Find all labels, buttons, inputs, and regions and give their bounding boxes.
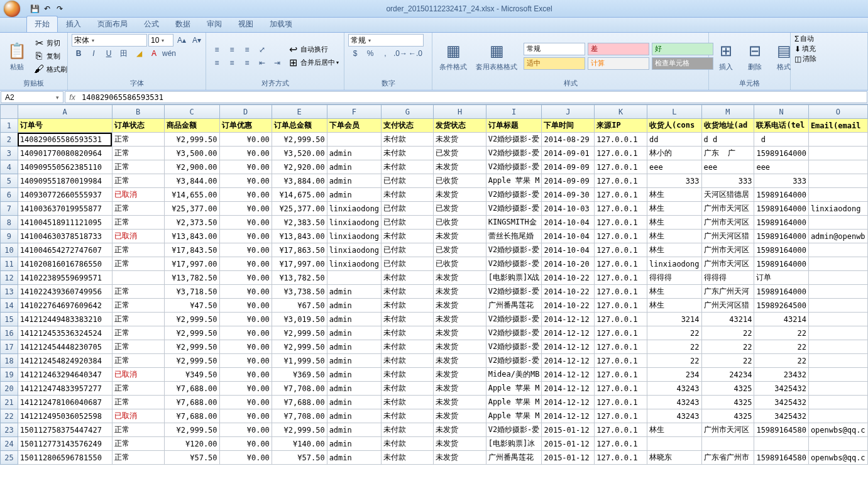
align-left-button[interactable]: ≡ xyxy=(210,57,224,69)
decrease-font-button[interactable]: A▾ xyxy=(190,34,204,47)
cell[interactable]: 141212453536324524 xyxy=(18,326,112,340)
cell[interactable]: 15989164000 xyxy=(754,147,808,160)
cell[interactable]: ¥0.00 xyxy=(219,368,272,382)
cell[interactable]: 未发货 xyxy=(434,188,486,202)
cell[interactable]: ¥67.50 xyxy=(272,299,327,313)
style-check[interactable]: 检查单元格 xyxy=(652,57,713,70)
row-header-17[interactable]: 17 xyxy=(1,340,18,354)
cell[interactable]: 141212495036052598 xyxy=(18,409,112,423)
cell[interactable] xyxy=(701,437,754,451)
cell[interactable]: 15989164000 xyxy=(754,230,808,243)
cell[interactable]: 2014-12-12 xyxy=(542,313,595,326)
cell[interactable]: 2014-10-20 xyxy=(542,257,595,271)
cell[interactable]: 正常 xyxy=(112,285,164,299)
cut-button[interactable]: ✂剪切 xyxy=(33,36,67,49)
cell[interactable]: 127.0.0.1 xyxy=(595,326,647,340)
tab-data[interactable]: 数据 xyxy=(167,16,199,32)
col-header-O[interactable]: O xyxy=(808,105,867,119)
cell[interactable]: 未发货 xyxy=(434,354,486,368)
cell[interactable]: 141022389559699571 xyxy=(18,271,112,285)
cell[interactable]: openwbs@qq.c xyxy=(808,451,867,465)
cell[interactable]: 林生 xyxy=(647,202,701,216)
cell[interactable]: admin xyxy=(327,285,381,299)
cell[interactable]: ¥0.00 xyxy=(219,437,272,451)
cell[interactable]: 127.0.0.1 xyxy=(595,147,647,160)
cell[interactable]: ¥57.50 xyxy=(164,451,219,465)
cell[interactable]: 43243 xyxy=(647,409,701,423)
cell[interactable]: 广州市天河区 xyxy=(701,216,754,230)
cell[interactable] xyxy=(808,174,867,188)
cell[interactable]: V2婚纱摄影-爱 xyxy=(486,160,542,174)
col-header-C[interactable]: C xyxy=(164,105,219,119)
cell[interactable]: dd xyxy=(647,133,701,147)
cell[interactable]: 未发货 xyxy=(434,299,486,313)
cell[interactable]: 333 xyxy=(647,174,701,188)
cell[interactable]: 未付款 xyxy=(382,230,434,243)
wrap-text-button[interactable]: ↩自动换行 xyxy=(287,43,339,56)
row-header-25[interactable]: 25 xyxy=(1,451,18,465)
cell[interactable]: ¥3,738.50 xyxy=(272,285,327,299)
row-header-7[interactable]: 7 xyxy=(1,202,18,216)
cell[interactable] xyxy=(808,257,867,271)
cell[interactable]: 订单 xyxy=(754,271,808,285)
cell[interactable]: 未付款 xyxy=(382,451,434,465)
cell[interactable] xyxy=(808,188,867,202)
cell[interactable]: 林生 xyxy=(647,243,701,257)
cell[interactable]: 2014-10-22 xyxy=(542,285,595,299)
cell[interactable]: ¥2,383.50 xyxy=(272,216,327,230)
cell[interactable]: 2014-12-12 xyxy=(542,326,595,340)
cell[interactable]: 正常 xyxy=(112,313,164,326)
cell[interactable]: 127.0.0.1 xyxy=(595,202,647,216)
cell[interactable]: ¥2,999.50 xyxy=(164,354,219,368)
cell[interactable]: openwbs@qq.c xyxy=(808,423,867,437)
cell[interactable]: 正常 xyxy=(112,396,164,409)
header-cell[interactable]: Email(email xyxy=(808,119,867,133)
cell[interactable]: 333 xyxy=(754,174,808,188)
cell[interactable]: 2014-09-30 xyxy=(542,188,595,202)
header-cell[interactable]: 支付状态 xyxy=(382,119,434,133)
header-cell[interactable]: 订单总金额 xyxy=(272,119,327,133)
cell[interactable]: 141212454448230705 xyxy=(18,340,112,354)
cell[interactable]: 2014-10-04 xyxy=(542,243,595,257)
cell[interactable]: ¥3,884.00 xyxy=(272,174,327,188)
clear-button[interactable]: ◫ 清除 xyxy=(794,54,816,64)
cell[interactable]: 15989164580 xyxy=(754,451,808,465)
cell[interactable] xyxy=(112,271,164,285)
cell[interactable]: linxiaodong xyxy=(327,202,381,216)
cell[interactable]: ¥2,999.50 xyxy=(272,326,327,340)
cell[interactable]: 127.0.0.1 xyxy=(595,257,647,271)
cell[interactable]: 已取消 xyxy=(112,230,164,243)
cell[interactable]: ¥7,688.00 xyxy=(272,396,327,409)
cell[interactable]: 广州天河区猎 xyxy=(701,230,754,243)
cell[interactable]: 127.0.0.1 xyxy=(595,423,647,437)
header-cell[interactable]: 订单优惠 xyxy=(219,119,272,133)
cell[interactable]: ¥7,708.00 xyxy=(272,409,327,423)
cell[interactable]: ¥0.00 xyxy=(219,133,272,147)
cell[interactable]: ¥369.50 xyxy=(272,368,327,382)
decrease-indent-button[interactable]: ⇤ xyxy=(255,57,269,69)
row-header-18[interactable]: 18 xyxy=(1,354,18,368)
cell[interactable]: ¥14,675.00 xyxy=(272,188,327,202)
cell[interactable]: 141004630378518733 xyxy=(18,230,112,243)
cell[interactable]: 15989164000 xyxy=(754,188,808,202)
phonetic-button[interactable]: wén xyxy=(162,47,176,60)
cell[interactable]: ¥0.00 xyxy=(219,313,272,326)
increase-font-button[interactable]: A▴ xyxy=(175,34,189,47)
row-header-14[interactable]: 14 xyxy=(1,299,18,313)
row-header-20[interactable]: 20 xyxy=(1,382,18,396)
cell[interactable]: 43243 xyxy=(647,396,701,409)
cell[interactable] xyxy=(647,437,701,451)
cell[interactable]: admin xyxy=(327,437,381,451)
cell[interactable]: admin xyxy=(327,174,381,188)
cell[interactable]: admin xyxy=(327,188,381,202)
font-color-button[interactable]: A xyxy=(147,47,161,60)
cell[interactable]: 林生 xyxy=(647,299,701,313)
cell[interactable]: 127.0.0.1 xyxy=(595,188,647,202)
cell[interactable]: 已付款 xyxy=(382,257,434,271)
cell[interactable]: 2014-09-01 xyxy=(542,147,595,160)
cell[interactable]: 未付款 xyxy=(382,147,434,160)
cell[interactable]: 未付款 xyxy=(382,188,434,202)
cell[interactable]: admin xyxy=(327,313,381,326)
cell[interactable]: 127.0.0.1 xyxy=(595,216,647,230)
cell[interactable]: 2014-12-12 xyxy=(542,354,595,368)
